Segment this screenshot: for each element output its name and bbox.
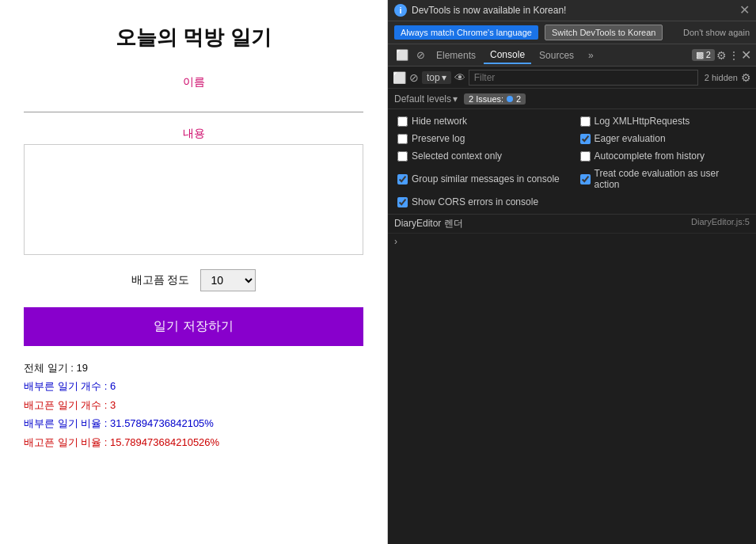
setting-hide-network: Hide network <box>397 114 564 128</box>
devtools-main-toolbar: ⬜ ⊘ Elements Console Sources » ▩ 2 ⚙ ⋮ ✕ <box>388 44 756 67</box>
infobar-text: DevTools is now available in Korean! <box>412 5 566 16</box>
filter-input[interactable] <box>469 70 698 86</box>
stat-hungry-ratio: 배고픈 일기 비율 : 15.789473684210526% <box>24 433 363 451</box>
devtools-levels-bar: Default levels ▾ 2 Issues: 2 <box>388 89 756 109</box>
devtools-panel: i DevTools is now available in Korean! ✕… <box>388 0 756 544</box>
issues-count: 2 <box>516 94 521 104</box>
dock-icon[interactable]: ⬜ <box>393 71 406 84</box>
cors-errors-checkbox[interactable] <box>397 197 408 207</box>
settings-grid: Hide network Log XMLHttpRequests Preserv… <box>397 114 747 209</box>
stat-full: 배부른 일기 개수 : 6 <box>24 377 363 395</box>
setting-eager-eval: Eager evaluation <box>580 131 747 146</box>
devtools-btn-bar: Always match Chrome's language Switch De… <box>388 21 756 44</box>
stat-full-ratio: 배부른 일기 비율 : 31.57894736842105% <box>24 414 363 432</box>
preserve-log-label: Preserve log <box>412 133 465 144</box>
tab-elements[interactable]: Elements <box>430 48 482 63</box>
dont-show-link[interactable]: Don't show again <box>683 28 750 37</box>
log-xml-label: Log XMLHttpRequests <box>595 116 690 127</box>
devtools-infobar: i DevTools is now available in Korean! ✕ <box>388 0 756 21</box>
pause-icon[interactable]: ⊘ <box>413 48 428 62</box>
autocomplete-checkbox[interactable] <box>580 151 591 162</box>
devtools-console-output: DiaryEditor 렌더 DiaryEditor.js:5 › <box>388 215 756 544</box>
stat-total: 전체 일기 : 19 <box>24 359 363 377</box>
treat-code-checkbox[interactable] <box>580 174 591 185</box>
group-similar-label: Group similar messages in console <box>412 173 560 185</box>
setting-selected-context: Selected context only <box>397 149 564 163</box>
console-entry-file[interactable]: DiaryEditor.js:5 <box>691 217 750 226</box>
content-field-label: 내용 <box>24 127 363 141</box>
devtools-close-button[interactable]: ✕ <box>741 48 751 63</box>
preserve-log-checkbox[interactable] <box>397 134 408 144</box>
selected-context-checkbox[interactable] <box>397 151 408 162</box>
context-selector[interactable]: top ▾ <box>422 71 451 84</box>
eye-icon[interactable]: 👁 <box>454 71 465 84</box>
devtools-settings-panel: Hide network Log XMLHttpRequests Preserv… <box>388 109 756 215</box>
default-levels-label: Default levels <box>394 93 451 105</box>
sidebar-toggle-icon[interactable]: ⬜ <box>393 48 412 62</box>
chevron-down-icon: ▾ <box>442 72 446 83</box>
log-xml-checkbox[interactable] <box>580 116 591 127</box>
console-expand-arrow[interactable]: › <box>388 234 756 249</box>
clear-icon[interactable]: ⊘ <box>409 71 419 84</box>
infobar-close-button[interactable]: ✕ <box>739 4 750 17</box>
stats-section: 전체 일기 : 19 배부른 일기 개수 : 6 배고픈 일기 개수 : 3 배… <box>24 359 363 451</box>
setting-log-xml: Log XMLHttpRequests <box>580 114 747 128</box>
default-levels-button[interactable]: Default levels ▾ <box>394 93 458 105</box>
setting-cors-errors: Show CORS errors in console <box>397 195 564 209</box>
hide-network-checkbox[interactable] <box>397 116 408 127</box>
tab-sources[interactable]: Sources <box>533 48 580 63</box>
save-button[interactable]: 일기 저장하기 <box>24 307 363 346</box>
setting-autocomplete: Autocomplete from history <box>580 149 747 163</box>
setting-group-similar: Group similar messages in console <box>397 166 564 192</box>
infobar-left: i DevTools is now available in Korean! <box>394 4 566 17</box>
name-input[interactable] <box>24 93 363 112</box>
filter-settings-icon[interactable]: ⚙ <box>741 71 751 84</box>
treat-code-label: Treat code evaluation as user action <box>595 168 747 190</box>
always-match-button[interactable]: Always match Chrome's language <box>394 25 538 40</box>
switch-korean-button[interactable]: Switch DevTools to Korean <box>545 25 663 40</box>
chevron-down-icon: ▾ <box>453 93 458 105</box>
eager-eval-label: Eager evaluation <box>595 133 666 144</box>
content-input[interactable] <box>24 144 363 255</box>
eager-eval-checkbox[interactable] <box>580 134 591 144</box>
devtools-secondary-toolbar: ⬜ ⊘ top ▾ 👁 2 hidden ⚙ <box>388 67 756 89</box>
console-entry-diary: DiaryEditor 렌더 DiaryEditor.js:5 <box>388 215 756 234</box>
tab-console[interactable]: Console <box>484 47 531 64</box>
stat-hungry: 배고픈 일기 개수 : 3 <box>24 396 363 414</box>
name-field-label: 이름 <box>24 75 363 89</box>
autocomplete-label: Autocomplete from history <box>595 150 705 162</box>
group-similar-checkbox[interactable] <box>397 174 408 185</box>
settings-gear-icon[interactable]: ⚙ <box>716 49 727 62</box>
tab-more[interactable]: » <box>582 48 600 63</box>
app-title: 오늘의 먹방 일기 <box>24 24 363 51</box>
selected-context-label: Selected context only <box>412 150 502 162</box>
issues-dot <box>507 96 513 102</box>
context-label: top <box>427 72 440 83</box>
setting-treat-code: Treat code evaluation as user action <box>580 166 747 192</box>
app-panel: 오늘의 먹방 일기 이름 내용 배고픔 정도 10 1234 5678 9 일기… <box>0 0 388 544</box>
hunger-label: 배고픔 정도 <box>131 273 190 287</box>
issues-label: 2 Issues: <box>469 94 503 104</box>
issues-badge: 2 Issues: 2 <box>464 93 526 105</box>
hide-network-label: Hide network <box>412 116 467 127</box>
hidden-count-badge: 2 hidden <box>705 73 738 82</box>
hunger-select[interactable]: 10 1234 5678 9 <box>200 269 256 291</box>
console-entry-text: DiaryEditor 렌더 <box>394 217 686 230</box>
setting-preserve-log: Preserve log <box>397 131 564 146</box>
cors-errors-label: Show CORS errors in console <box>412 196 538 207</box>
more-options-icon[interactable]: ⋮ <box>728 49 739 62</box>
info-icon: i <box>394 4 407 17</box>
issues-count-badge: ▩ 2 <box>692 49 715 61</box>
